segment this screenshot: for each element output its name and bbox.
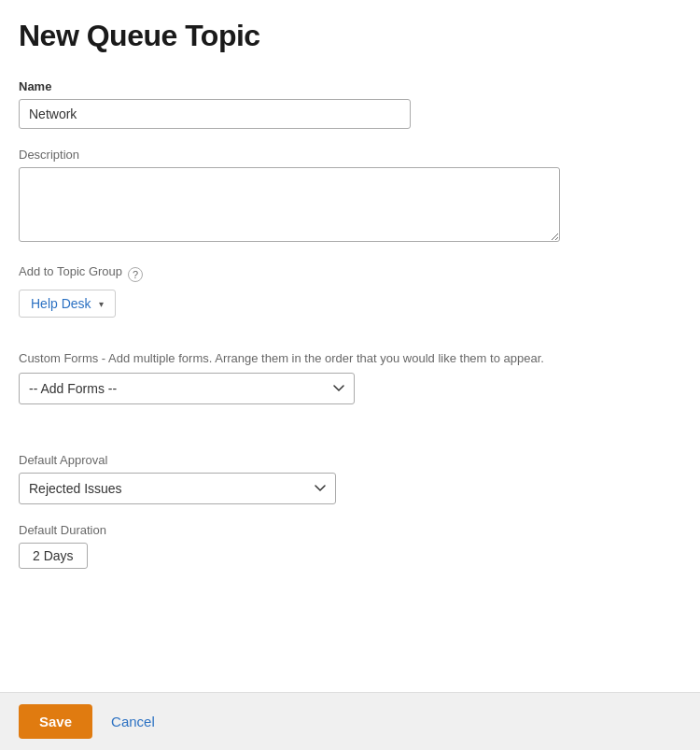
bottom-action-bar: Save Cancel (0, 692, 700, 750)
topic-group-section: Add to Topic Group ? Help Desk ▾ (19, 264, 681, 318)
save-button[interactable]: Save (19, 704, 92, 739)
topic-group-chevron-icon: ▾ (99, 299, 104, 309)
cancel-button[interactable]: Cancel (107, 704, 159, 739)
name-section: Name (19, 79, 681, 129)
default-approval-label: Default Approval (19, 453, 681, 467)
default-duration-section: Default Duration 2 Days (19, 523, 681, 569)
page-container: New Queue Topic Name Description Add to … (0, 0, 700, 662)
default-approval-select[interactable]: Rejected Issues (19, 473, 336, 504)
topic-group-label: Add to Topic Group (19, 264, 122, 278)
topic-group-dropdown[interactable]: Help Desk ▾ (19, 290, 116, 318)
name-input[interactable] (19, 99, 411, 129)
topic-group-label-row: Add to Topic Group ? (19, 264, 681, 284)
custom-forms-label: Custom Forms - Add multiple forms. Arran… (19, 351, 681, 365)
custom-forms-select[interactable]: -- Add Forms -- (19, 373, 355, 404)
page-title: New Queue Topic (19, 19, 681, 53)
custom-forms-section: Custom Forms - Add multiple forms. Arran… (19, 351, 681, 404)
description-label: Description (19, 148, 681, 162)
default-duration-label: Default Duration (19, 523, 681, 537)
description-textarea[interactable] (19, 167, 560, 242)
default-duration-value: 2 Days (33, 548, 74, 563)
default-duration-button[interactable]: 2 Days (19, 543, 88, 569)
default-approval-section: Default Approval Rejected Issues (19, 453, 681, 504)
description-section: Description (19, 148, 681, 246)
topic-group-value: Help Desk (31, 296, 91, 311)
topic-group-help-icon[interactable]: ? (128, 267, 143, 282)
name-label: Name (19, 79, 681, 93)
